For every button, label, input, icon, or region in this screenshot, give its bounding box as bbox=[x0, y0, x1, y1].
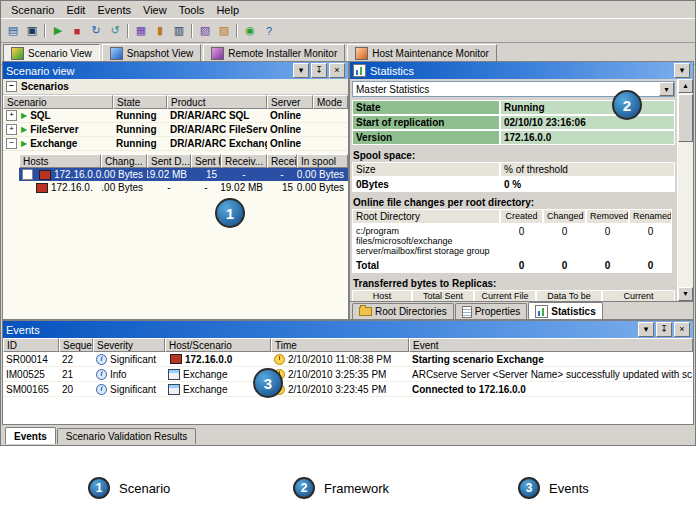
collapse-tree-icon[interactable]: − bbox=[22, 169, 33, 180]
event-row[interactable]: SR00014 22 iSignificant 172.16.0.0 2/10/… bbox=[3, 352, 693, 367]
event-row[interactable]: IM00525 21 iInfo Exchange 2/10/2010 3:25… bbox=[3, 367, 693, 382]
host-column-headers: Hosts Chang... Sent D... Sent Fi... Rece… bbox=[19, 154, 348, 168]
chevron-down-icon[interactable]: ▾ bbox=[638, 322, 654, 337]
tab-root-directories[interactable]: Root Directories bbox=[352, 303, 454, 319]
scenario-view-icon bbox=[11, 47, 24, 60]
info-icon: i bbox=[96, 369, 107, 380]
statistics-icon bbox=[353, 64, 366, 77]
version-value: 172.16.0.0 bbox=[500, 130, 675, 145]
difference-report-icon[interactable]: ▦ bbox=[132, 22, 150, 39]
report-center-icon[interactable]: ▥ bbox=[170, 22, 188, 39]
scenario-row-fileserver[interactable]: +▶FileServer Running DR/AR/ARC FileServe… bbox=[3, 123, 348, 137]
created-total: 0 bbox=[500, 258, 543, 273]
refresh-icon[interactable]: ◉ bbox=[241, 22, 259, 39]
menu-scenario[interactable]: Scenario bbox=[5, 3, 60, 17]
scenario-mode: Online bbox=[267, 110, 313, 121]
col-received-data[interactable]: Receiv... bbox=[221, 154, 267, 168]
save-icon[interactable]: ▣ bbox=[23, 22, 41, 39]
tab-properties[interactable]: Properties bbox=[455, 303, 528, 319]
menu-help[interactable]: Help bbox=[210, 3, 245, 17]
event-seq: 21 bbox=[59, 369, 93, 380]
scrollbar-thumb[interactable] bbox=[678, 94, 693, 142]
col-changed[interactable]: Chang... bbox=[101, 154, 147, 168]
event-row[interactable]: SM00165 20 iSignificant Exchange 2/10/20… bbox=[3, 382, 693, 397]
host-maintenance-icon[interactable]: ▨ bbox=[215, 22, 233, 39]
col-removed: Removed bbox=[586, 209, 629, 224]
toolbar-separator bbox=[127, 24, 129, 38]
col-mode[interactable]: Mode bbox=[313, 95, 348, 109]
host-sent-data: - bbox=[147, 182, 191, 193]
col-sent-data[interactable]: Sent D... bbox=[147, 154, 191, 168]
close-icon[interactable]: × bbox=[329, 63, 345, 78]
chevron-down-icon[interactable]: ▾ bbox=[659, 82, 674, 96]
screen: Scenario Edit Events View Tools Help ▤ ▣… bbox=[0, 0, 696, 508]
scenario-name: Exchange bbox=[30, 138, 77, 149]
folder-icon bbox=[359, 307, 372, 316]
menu-view[interactable]: View bbox=[137, 3, 173, 17]
significant-icon: i bbox=[96, 354, 107, 365]
col-event[interactable]: Event bbox=[409, 338, 693, 352]
pin-icon[interactable]: ↧ bbox=[656, 322, 672, 337]
run-icon[interactable]: ▶ bbox=[49, 22, 67, 39]
clock-icon bbox=[274, 354, 285, 365]
spool-table: Size % of threshold 0Bytes 0 % bbox=[352, 162, 675, 192]
tab-scenario-validation-results[interactable]: Scenario Validation Results bbox=[57, 428, 197, 444]
scenarios-root-row[interactable]: − Scenarios bbox=[3, 79, 348, 95]
tab-statistics[interactable]: Statistics bbox=[528, 302, 602, 319]
tab-events[interactable]: Events bbox=[5, 427, 56, 444]
menu-edit[interactable]: Edit bbox=[60, 3, 91, 17]
col-id[interactable]: ID bbox=[3, 338, 59, 352]
host-row-replica[interactable]: 172.16.0. 0.00 Bytes - - 19.02 MB 15 0.0… bbox=[19, 181, 348, 194]
event-host: Exchange bbox=[183, 384, 227, 395]
menu-events[interactable]: Events bbox=[91, 3, 137, 17]
col-received-files[interactable]: Receiv... bbox=[267, 154, 297, 168]
collapse-tree-icon[interactable]: − bbox=[6, 81, 17, 92]
toolbar-separator bbox=[44, 24, 46, 38]
col-host-scenario[interactable]: Host/Scenario bbox=[165, 338, 271, 352]
replication-start-label: Start of replication bbox=[352, 115, 500, 130]
col-changed: Changed bbox=[543, 209, 586, 224]
expand-tree-icon[interactable]: + bbox=[6, 110, 17, 121]
remote-installer-icon[interactable]: ▧ bbox=[196, 22, 214, 39]
col-sent-files[interactable]: Sent Fi... bbox=[191, 154, 221, 168]
significant-icon: i bbox=[96, 384, 107, 395]
chevron-down-icon[interactable]: ▾ bbox=[293, 63, 309, 78]
suspend-icon[interactable]: ▮ bbox=[151, 22, 169, 39]
event-text: Starting scenario Exchange bbox=[409, 354, 693, 365]
col-hosts[interactable]: Hosts bbox=[19, 154, 101, 168]
scroll-down-icon[interactable]: ▼ bbox=[678, 287, 693, 301]
expand-tree-icon[interactable]: + bbox=[6, 124, 17, 135]
scroll-up-icon[interactable]: ▲ bbox=[678, 79, 693, 93]
stop-icon[interactable]: ■ bbox=[68, 22, 86, 39]
scenario-row-sql[interactable]: +▶SQL Running DR/AR/ARC SQL Online bbox=[3, 109, 348, 123]
event-time-cell: 2/10/2010 11:08:38 PM bbox=[271, 354, 409, 365]
host-row-master[interactable]: −172.16.0.0 0.00 Bytes 19.02 MB 15 - - 0… bbox=[19, 168, 348, 181]
new-scenario-icon[interactable]: ▤ bbox=[4, 22, 22, 39]
collapse-tree-icon[interactable]: − bbox=[6, 138, 17, 149]
menu-tools[interactable]: Tools bbox=[173, 3, 211, 17]
scenario-row-exchange[interactable]: −▶Exchange Running DR/AR/ARC Exchange On… bbox=[3, 137, 348, 151]
help-icon[interactable]: ? bbox=[260, 22, 278, 39]
col-renamed: Renamed bbox=[629, 209, 672, 224]
col-threshold: % of threshold bbox=[500, 162, 675, 177]
col-state[interactable]: State bbox=[113, 95, 167, 109]
close-icon[interactable]: × bbox=[674, 322, 690, 337]
col-time[interactable]: Time bbox=[271, 338, 409, 352]
col-product[interactable]: Product bbox=[167, 95, 267, 109]
pin-icon[interactable]: ↧ bbox=[311, 63, 327, 78]
host-sent-files: - bbox=[191, 182, 221, 193]
col-severity[interactable]: Severity bbox=[93, 338, 165, 352]
event-host-cell: 172.16.0.0 bbox=[165, 354, 271, 365]
restore-data-icon[interactable]: ↺ bbox=[106, 22, 124, 39]
chevron-down-icon[interactable]: ▾ bbox=[674, 63, 690, 78]
statistics-scrollbar[interactable]: ▲ ▼ bbox=[677, 79, 693, 301]
col-sequence[interactable]: Seque▽ bbox=[59, 338, 93, 352]
renamed-total: 0 bbox=[629, 258, 672, 273]
scenario-name: SQL bbox=[30, 110, 51, 121]
event-seq: 22 bbox=[59, 354, 93, 365]
col-in-spool[interactable]: In spool bbox=[297, 154, 348, 168]
col-scenario[interactable]: Scenario bbox=[3, 95, 113, 109]
file-changes-heading: Online file changes per root directory: bbox=[353, 197, 675, 208]
synchronize-icon[interactable]: ↻ bbox=[87, 22, 105, 39]
col-server[interactable]: Server bbox=[267, 95, 313, 109]
